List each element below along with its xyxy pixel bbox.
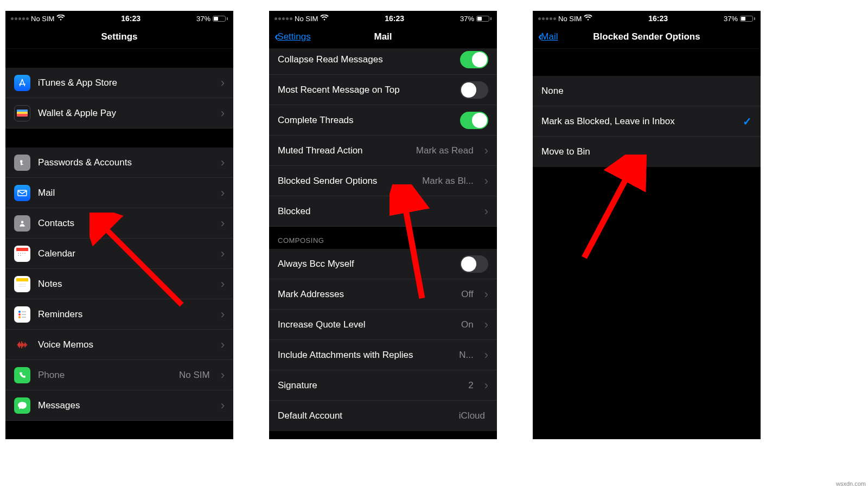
svg-rect-17 — [16, 281, 28, 290]
row-label: Always Bcc Myself — [278, 259, 452, 269]
toggle-complete-threads[interactable] — [460, 112, 488, 129]
row-label: Mark as Blocked, Leave in Inbox — [541, 116, 735, 127]
toggle-always-bcc[interactable] — [460, 255, 488, 273]
row-value: iCloud — [459, 410, 485, 421]
row-mail[interactable]: Mail › — [5, 178, 233, 208]
chevron-right-icon: › — [484, 348, 488, 362]
row-voice-memos[interactable]: Voice Memos › — [5, 330, 233, 360]
svg-point-22 — [18, 316, 21, 318]
row-wallet[interactable]: Wallet & Apple Pay › — [5, 98, 233, 129]
row-blocked-sender-options[interactable]: Blocked Sender Options Mark as Bl... › — [269, 166, 497, 196]
row-recent-top[interactable]: Most Recent Message on Top — [269, 75, 497, 105]
row-label: None — [541, 86, 752, 97]
nav-bar: ‹ Mail Blocked Sender Options — [533, 25, 761, 49]
row-always-bcc[interactable]: Always Bcc Myself — [269, 249, 497, 279]
watermark-label: wsxdn.com — [836, 480, 866, 487]
row-muted-action[interactable]: Muted Thread Action Mark as Read › — [269, 136, 497, 166]
carrier-label: No SIM — [558, 15, 582, 23]
row-label: Notes — [38, 279, 213, 290]
battery-percent: 37% — [196, 15, 210, 23]
chevron-right-icon: › — [221, 76, 225, 90]
row-option-move-bin[interactable]: Move to Bin — [533, 137, 761, 167]
mail-icon — [14, 185, 30, 201]
svg-rect-8 — [16, 248, 28, 251]
chevron-right-icon: › — [221, 277, 225, 291]
svg-rect-2 — [17, 114, 28, 117]
battery-icon — [213, 16, 228, 22]
row-label: Calendar — [38, 248, 213, 259]
carrier-label: No SIM — [295, 15, 318, 23]
appstore-icon — [14, 75, 30, 91]
nav-bar: Settings — [5, 25, 233, 49]
battery-icon — [740, 16, 755, 22]
chevron-right-icon: › — [221, 247, 225, 261]
svg-point-21 — [18, 313, 21, 316]
section-header-composing: COMPOSING — [269, 227, 497, 249]
back-button[interactable]: ‹ Mail — [538, 30, 558, 44]
row-label: Mail — [38, 188, 213, 198]
row-label: Passwords & Accounts — [38, 157, 213, 168]
status-bar: No SIM 16:23 37% — [5, 11, 233, 25]
key-icon — [14, 155, 30, 171]
row-option-none[interactable]: None — [533, 76, 761, 106]
chevron-right-icon: › — [484, 318, 488, 332]
row-value: 2 — [468, 380, 473, 391]
row-value: Mark as Bl... — [422, 176, 473, 187]
back-button[interactable]: ‹ Settings — [275, 30, 311, 44]
row-label: Reminders — [38, 309, 213, 320]
nav-title: Blocked Sender Options — [593, 31, 700, 42]
row-option-mark-leave[interactable]: Mark as Blocked, Leave in Inbox ✓ — [533, 106, 761, 137]
row-contacts[interactable]: Contacts › — [5, 208, 233, 239]
row-itunes-app-store[interactable]: iTunes & App Store › — [5, 68, 233, 98]
wifi-icon — [584, 15, 592, 23]
calendar-icon — [14, 246, 30, 262]
row-label: iTunes & App Store — [38, 78, 213, 88]
row-mark-addresses[interactable]: Mark Addresses Off › — [269, 279, 497, 310]
row-include-attachments[interactable]: Include Attachments with Replies N... › — [269, 340, 497, 370]
row-signature[interactable]: Signature 2 › — [269, 370, 497, 401]
phone-mail-settings: No SIM 16:23 37% ‹ Settings Mail Collaps… — [269, 11, 497, 439]
toggle-recent-top[interactable] — [460, 81, 488, 99]
clock-label: 16:23 — [385, 14, 404, 23]
svg-rect-16 — [16, 278, 28, 281]
row-collapse-read[interactable]: Collapse Read Messages — [269, 49, 497, 75]
toggle-collapse-read[interactable] — [460, 51, 488, 68]
row-blocked[interactable]: Blocked › — [269, 196, 497, 227]
back-label: Mail — [541, 31, 558, 42]
chevron-right-icon: › — [221, 186, 225, 200]
row-value: Off — [461, 289, 473, 300]
row-label: Voice Memos — [38, 339, 213, 350]
row-reminders[interactable]: Reminders › — [5, 299, 233, 330]
chevron-right-icon: › — [484, 144, 488, 158]
row-label: Most Recent Message on Top — [278, 85, 452, 95]
chevron-right-icon: › — [221, 338, 225, 352]
row-label: Increase Quote Level — [278, 319, 454, 330]
nav-title: Mail — [374, 31, 392, 42]
row-value: N... — [459, 350, 473, 361]
row-increase-quote[interactable]: Increase Quote Level On › — [269, 310, 497, 340]
clock-label: 16:23 — [121, 14, 141, 23]
wifi-icon — [320, 15, 329, 23]
phone-settings: No SIM 16:23 37% Settings iTunes & App S… — [5, 11, 233, 439]
chevron-right-icon: › — [484, 378, 488, 393]
row-calendar[interactable]: Calendar › — [5, 239, 233, 269]
chevron-right-icon: › — [221, 399, 225, 413]
row-label: Mark Addresses — [278, 289, 454, 300]
row-notes[interactable]: Notes › — [5, 269, 233, 299]
notes-icon — [14, 276, 30, 292]
signal-dots-icon — [538, 17, 556, 20]
row-label: Include Attachments with Replies — [278, 350, 451, 361]
row-passwords[interactable]: Passwords & Accounts › — [5, 147, 233, 178]
row-label: Default Account — [278, 410, 451, 421]
battery-percent: 37% — [724, 15, 738, 23]
row-messages[interactable]: Messages › — [5, 390, 233, 421]
voicememos-icon — [14, 337, 30, 353]
row-value: Mark as Read — [416, 145, 474, 156]
nav-bar: ‹ Settings Mail — [269, 25, 497, 49]
chevron-right-icon: › — [221, 307, 225, 322]
row-default-account[interactable]: Default Account iCloud — [269, 401, 497, 431]
row-complete-threads[interactable]: Complete Threads — [269, 105, 497, 136]
chevron-right-icon: › — [221, 156, 225, 170]
chevron-right-icon: › — [484, 204, 488, 219]
row-phone[interactable]: Phone No SIM › — [5, 360, 233, 390]
